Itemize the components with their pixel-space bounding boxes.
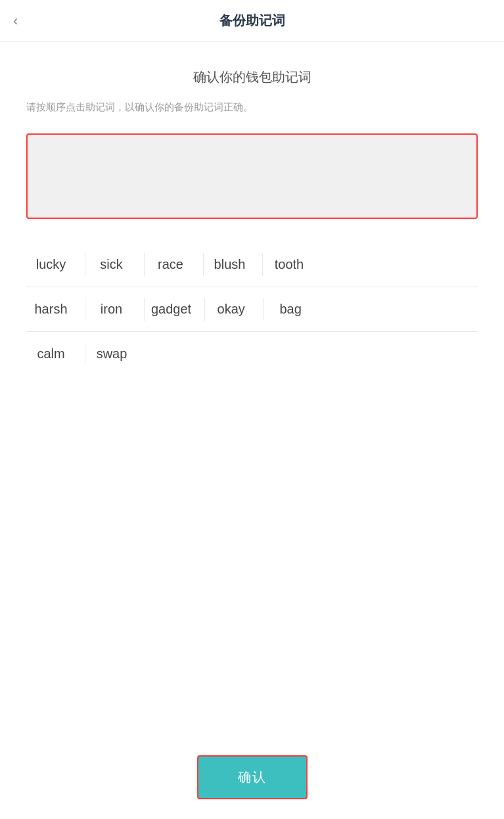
word-calm[interactable]: calm: [26, 342, 85, 365]
word-swap[interactable]: swap: [85, 342, 145, 365]
main-content: 确认你的钱包助记词 请按顺序点击助记词，以确认你的备份助记词正确。 lucky …: [0, 42, 504, 819]
word-row-3: calm swap: [26, 332, 478, 376]
word-gadget[interactable]: gadget: [145, 298, 205, 321]
word-harsh[interactable]: harsh: [26, 298, 85, 321]
word-race[interactable]: race: [145, 253, 204, 276]
word-row-2: harsh iron gadget okay bag: [26, 287, 478, 332]
word-okay[interactable]: okay: [205, 298, 264, 321]
page-title: 确认你的钱包助记词: [26, 68, 478, 86]
page-header-title: 备份助记词: [219, 12, 285, 30]
word-grid: lucky sick race blush tooth harsh iron g…: [26, 243, 478, 376]
word-tooth[interactable]: tooth: [263, 253, 322, 276]
word-sick[interactable]: sick: [85, 253, 145, 276]
confirm-button[interactable]: 确认: [197, 755, 308, 799]
back-button[interactable]: ‹: [13, 12, 18, 30]
header: ‹ 备份助记词: [0, 0, 504, 42]
confirm-button-wrapper: 确认: [26, 755, 478, 799]
word-lucky[interactable]: lucky: [26, 253, 85, 276]
description-text: 请按顺序点击助记词，以确认你的备份助记词正确。: [26, 99, 478, 115]
word-blush[interactable]: blush: [204, 253, 263, 276]
word-selection-area[interactable]: [26, 133, 478, 219]
word-iron[interactable]: iron: [85, 298, 145, 321]
word-bag[interactable]: bag: [264, 298, 323, 321]
word-row-1: lucky sick race blush tooth: [26, 243, 478, 287]
